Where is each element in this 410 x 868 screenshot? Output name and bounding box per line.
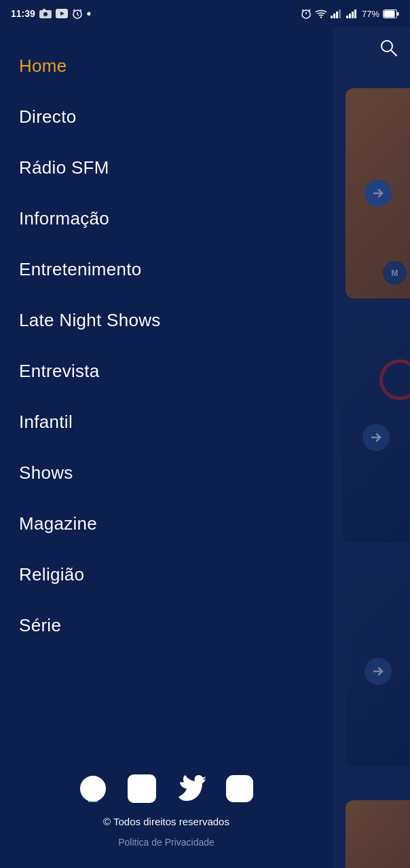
right-panel: M [333, 27, 410, 868]
nav-item-home[interactable]: Home [0, 41, 333, 92]
svg-point-40 [246, 780, 249, 783]
svg-point-14 [320, 16, 322, 18]
time-display: 11:39 [11, 8, 35, 19]
card-arrow-2[interactable] [362, 424, 390, 451]
facebook-icon [127, 774, 157, 804]
sidebar-footer: www [0, 757, 333, 868]
nav-item-magazine[interactable]: Magazine [0, 498, 333, 549]
nav-item-entrevista[interactable]: Entrevista [0, 346, 333, 397]
svg-rect-15 [331, 16, 333, 18]
status-alarm-icon [301, 8, 312, 19]
nav-item-religiao[interactable]: Religião [0, 549, 333, 600]
card-arrow-1[interactable] [365, 180, 392, 207]
svg-rect-25 [397, 12, 399, 16]
svg-rect-18 [339, 9, 341, 18]
status-bar: 11:39 • 77% [0, 0, 410, 27]
svg-text:www: www [87, 798, 98, 803]
social-icons: www [75, 771, 257, 806]
svg-line-12 [302, 9, 303, 11]
svg-point-1 [43, 12, 48, 16]
youtube-icon [56, 9, 68, 18]
svg-line-8 [73, 9, 75, 11]
signal-icon [331, 9, 343, 18]
svg-rect-22 [354, 9, 356, 18]
facebook-button[interactable] [124, 771, 160, 806]
website-button[interactable]: www [75, 771, 111, 806]
sidebar: Home Directo Rádio SFM Informação Entret… [0, 27, 333, 868]
svg-point-39 [234, 783, 246, 795]
nav-item-entretenimento[interactable]: Entretenimento [0, 244, 333, 295]
svg-line-13 [309, 9, 310, 11]
instagram-button[interactable] [222, 771, 257, 806]
svg-rect-19 [346, 16, 348, 18]
svg-rect-24 [384, 10, 395, 17]
svg-rect-2 [43, 9, 45, 11]
copyright-text: © Todos direitos reservados [103, 816, 229, 827]
svg-rect-17 [336, 12, 338, 18]
svg-rect-16 [333, 14, 335, 18]
twitter-icon [176, 774, 206, 804]
twitter-button[interactable] [173, 771, 208, 806]
nav-menu: Home Directo Rádio SFM Informação Entret… [0, 34, 333, 757]
svg-line-27 [391, 50, 396, 56]
nav-item-infantil[interactable]: Infantil [0, 397, 333, 448]
search-button[interactable] [375, 34, 402, 61]
svg-line-7 [77, 14, 79, 16]
globe-icon: www [78, 774, 108, 804]
svg-rect-21 [352, 12, 354, 18]
card-arrow-3[interactable] [365, 658, 392, 685]
main-container: M Home Directo Rádio SFM Informação Entr… [0, 27, 410, 868]
nav-item-serie[interactable]: Série [0, 600, 333, 651]
status-icons: 77% [301, 8, 399, 19]
battery-icon [383, 9, 399, 18]
content-card-1[interactable]: M [346, 88, 410, 298]
nav-item-directo[interactable]: Directo [0, 92, 333, 142]
privacy-link[interactable]: Politica de Privacidade [118, 837, 215, 848]
nav-item-radio-sfm[interactable]: Rádio SFM [0, 142, 333, 193]
alarm-icon [72, 8, 83, 19]
content-card-4[interactable] [346, 800, 410, 868]
signal2-icon [346, 9, 358, 18]
card-logo-1: M [383, 261, 407, 285]
nav-item-informacao[interactable]: Informação [0, 193, 333, 244]
content-card-3[interactable] [346, 576, 410, 766]
wifi-icon [315, 9, 327, 18]
status-time: 11:39 • [11, 7, 91, 21]
notification-dot: • [87, 7, 91, 21]
photo-icon [39, 9, 52, 18]
search-icon [379, 38, 398, 57]
svg-line-9 [80, 9, 81, 11]
nav-item-shows[interactable]: Shows [0, 448, 333, 498]
battery-percent: 77% [362, 9, 379, 19]
svg-rect-20 [349, 14, 351, 18]
nav-item-late-night-shows[interactable]: Late Night Shows [0, 295, 333, 346]
instagram-icon [225, 774, 255, 804]
